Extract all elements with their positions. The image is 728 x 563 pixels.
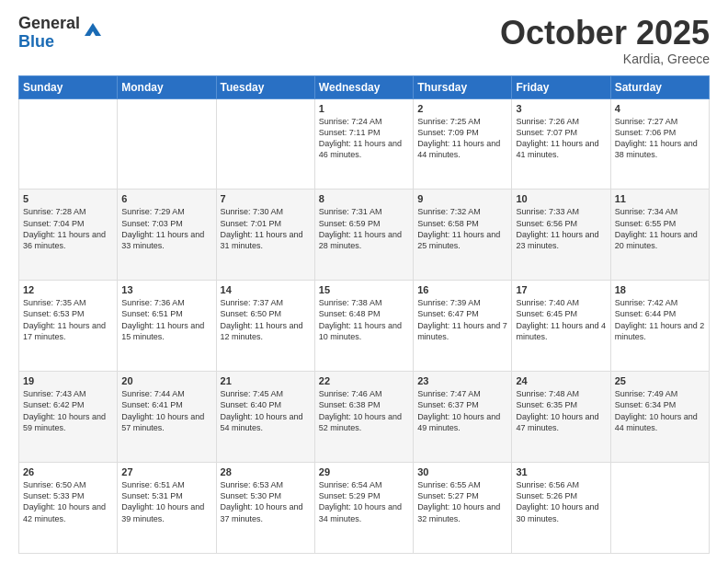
calendar-cell: 3Sunrise: 7:26 AM Sunset: 7:07 PM Daylig… — [512, 98, 610, 190]
day-number: 23 — [417, 375, 507, 386]
calendar-week-row: 19Sunrise: 7:43 AM Sunset: 6:42 PM Dayli… — [19, 372, 710, 463]
calendar-cell: 9Sunrise: 7:32 AM Sunset: 6:58 PM Daylig… — [414, 190, 512, 281]
day-number: 25 — [615, 375, 705, 386]
day-info: Sunrise: 7:44 AM Sunset: 6:41 PM Dayligh… — [121, 388, 211, 433]
logo-blue: Blue — [18, 33, 80, 52]
calendar-day-header: Saturday — [610, 75, 709, 98]
calendar-cell: 30Sunrise: 6:55 AM Sunset: 5:27 PM Dayli… — [414, 463, 512, 554]
day-info: Sunrise: 7:49 AM Sunset: 6:34 PM Dayligh… — [615, 388, 705, 433]
subtitle: Kardia, Greece — [500, 52, 710, 66]
day-info: Sunrise: 7:24 AM Sunset: 7:11 PM Dayligh… — [319, 116, 409, 161]
day-number: 22 — [319, 375, 409, 386]
month-title: October 2025 — [500, 15, 710, 52]
day-info: Sunrise: 7:38 AM Sunset: 6:48 PM Dayligh… — [319, 297, 409, 342]
calendar-day-header: Tuesday — [216, 75, 314, 98]
day-info: Sunrise: 7:47 AM Sunset: 6:37 PM Dayligh… — [417, 388, 507, 433]
calendar-cell: 28Sunrise: 6:53 AM Sunset: 5:30 PM Dayli… — [216, 463, 314, 554]
day-number: 24 — [516, 375, 606, 386]
day-info: Sunrise: 7:39 AM Sunset: 6:47 PM Dayligh… — [417, 297, 507, 342]
calendar-week-row: 5Sunrise: 7:28 AM Sunset: 7:04 PM Daylig… — [19, 190, 710, 281]
day-info: Sunrise: 6:54 AM Sunset: 5:29 PM Dayligh… — [319, 479, 409, 524]
logo-text: General Blue — [18, 15, 80, 52]
calendar-cell: 24Sunrise: 7:48 AM Sunset: 6:35 PM Dayli… — [512, 372, 610, 463]
day-number: 11 — [615, 193, 705, 204]
day-number: 29 — [319, 466, 409, 477]
page: General Blue October 2025 Kardia, Greece… — [0, 0, 728, 563]
day-info: Sunrise: 7:29 AM Sunset: 7:03 PM Dayligh… — [121, 206, 211, 251]
day-info: Sunrise: 7:36 AM Sunset: 6:51 PM Dayligh… — [121, 297, 211, 342]
calendar-day-header: Friday — [512, 75, 610, 98]
calendar-cell: 1Sunrise: 7:24 AM Sunset: 7:11 PM Daylig… — [314, 98, 413, 190]
day-number: 17 — [516, 284, 606, 295]
day-number: 26 — [23, 466, 113, 477]
calendar-cell: 23Sunrise: 7:47 AM Sunset: 6:37 PM Dayli… — [414, 372, 512, 463]
day-info: Sunrise: 7:37 AM Sunset: 6:50 PM Dayligh… — [221, 297, 311, 342]
day-info: Sunrise: 7:42 AM Sunset: 6:44 PM Dayligh… — [615, 297, 705, 342]
day-info: Sunrise: 7:43 AM Sunset: 6:42 PM Dayligh… — [23, 388, 113, 433]
calendar-week-row: 12Sunrise: 7:35 AM Sunset: 6:53 PM Dayli… — [19, 281, 710, 372]
day-number: 4 — [615, 103, 705, 114]
calendar-cell: 20Sunrise: 7:44 AM Sunset: 6:41 PM Dayli… — [118, 372, 216, 463]
calendar-cell: 16Sunrise: 7:39 AM Sunset: 6:47 PM Dayli… — [414, 281, 512, 372]
day-info: Sunrise: 6:50 AM Sunset: 5:33 PM Dayligh… — [23, 479, 113, 524]
calendar-cell: 12Sunrise: 7:35 AM Sunset: 6:53 PM Dayli… — [19, 281, 118, 372]
day-info: Sunrise: 7:27 AM Sunset: 7:06 PM Dayligh… — [615, 116, 705, 161]
day-number: 21 — [221, 375, 311, 386]
day-number: 1 — [319, 103, 409, 114]
calendar-cell: 11Sunrise: 7:34 AM Sunset: 6:55 PM Dayli… — [610, 190, 709, 281]
calendar-week-row: 1Sunrise: 7:24 AM Sunset: 7:11 PM Daylig… — [19, 98, 710, 190]
calendar-cell: 5Sunrise: 7:28 AM Sunset: 7:04 PM Daylig… — [19, 190, 118, 281]
calendar-cell: 17Sunrise: 7:40 AM Sunset: 6:45 PM Dayli… — [512, 281, 610, 372]
day-info: Sunrise: 7:28 AM Sunset: 7:04 PM Dayligh… — [23, 206, 113, 251]
day-number: 6 — [121, 193, 211, 204]
calendar-day-header: Sunday — [19, 75, 118, 98]
day-info: Sunrise: 6:53 AM Sunset: 5:30 PM Dayligh… — [221, 479, 311, 524]
calendar-cell: 31Sunrise: 6:56 AM Sunset: 5:26 PM Dayli… — [512, 463, 610, 554]
day-number: 7 — [221, 193, 311, 204]
day-number: 2 — [417, 103, 507, 114]
title-area: October 2025 Kardia, Greece — [500, 15, 710, 66]
calendar-cell: 21Sunrise: 7:45 AM Sunset: 6:40 PM Dayli… — [216, 372, 314, 463]
calendar-cell — [19, 98, 118, 190]
logo-general: General — [18, 15, 80, 33]
calendar-day-header: Thursday — [414, 75, 512, 98]
calendar-cell: 15Sunrise: 7:38 AM Sunset: 6:48 PM Dayli… — [314, 281, 413, 372]
day-info: Sunrise: 7:32 AM Sunset: 6:58 PM Dayligh… — [417, 206, 507, 251]
calendar-cell — [610, 463, 709, 554]
day-info: Sunrise: 7:40 AM Sunset: 6:45 PM Dayligh… — [516, 297, 606, 342]
day-info: Sunrise: 7:33 AM Sunset: 6:56 PM Dayligh… — [516, 206, 606, 251]
calendar-cell: 14Sunrise: 7:37 AM Sunset: 6:50 PM Dayli… — [216, 281, 314, 372]
calendar-cell: 13Sunrise: 7:36 AM Sunset: 6:51 PM Dayli… — [118, 281, 216, 372]
calendar-cell: 25Sunrise: 7:49 AM Sunset: 6:34 PM Dayli… — [610, 372, 709, 463]
day-number: 15 — [319, 284, 409, 295]
day-info: Sunrise: 7:45 AM Sunset: 6:40 PM Dayligh… — [221, 388, 311, 433]
day-number: 8 — [319, 193, 409, 204]
calendar-day-header: Wednesday — [314, 75, 413, 98]
day-info: Sunrise: 6:56 AM Sunset: 5:26 PM Dayligh… — [516, 479, 606, 524]
day-number: 18 — [615, 284, 705, 295]
logo-icon — [83, 19, 103, 40]
calendar-cell: 27Sunrise: 6:51 AM Sunset: 5:31 PM Dayli… — [118, 463, 216, 554]
day-number: 3 — [516, 103, 606, 114]
day-info: Sunrise: 7:35 AM Sunset: 6:53 PM Dayligh… — [23, 297, 113, 342]
calendar-cell: 22Sunrise: 7:46 AM Sunset: 6:38 PM Dayli… — [314, 372, 413, 463]
calendar-cell: 18Sunrise: 7:42 AM Sunset: 6:44 PM Dayli… — [610, 281, 709, 372]
day-number: 19 — [23, 375, 113, 386]
day-number: 13 — [121, 284, 211, 295]
day-number: 12 — [23, 284, 113, 295]
day-info: Sunrise: 6:55 AM Sunset: 5:27 PM Dayligh… — [417, 479, 507, 524]
day-number: 27 — [121, 466, 211, 477]
calendar-cell: 26Sunrise: 6:50 AM Sunset: 5:33 PM Dayli… — [19, 463, 118, 554]
day-info: Sunrise: 7:26 AM Sunset: 7:07 PM Dayligh… — [516, 116, 606, 161]
header: General Blue October 2025 Kardia, Greece — [18, 15, 710, 66]
calendar-cell: 8Sunrise: 7:31 AM Sunset: 6:59 PM Daylig… — [314, 190, 413, 281]
day-number: 14 — [221, 284, 311, 295]
day-number: 5 — [23, 193, 113, 204]
logo: General Blue — [18, 15, 103, 52]
day-number: 9 — [417, 193, 507, 204]
calendar-cell: 6Sunrise: 7:29 AM Sunset: 7:03 PM Daylig… — [118, 190, 216, 281]
calendar-cell — [118, 98, 216, 190]
calendar-cell: 19Sunrise: 7:43 AM Sunset: 6:42 PM Dayli… — [19, 372, 118, 463]
calendar-cell: 4Sunrise: 7:27 AM Sunset: 7:06 PM Daylig… — [610, 98, 709, 190]
day-info: Sunrise: 7:25 AM Sunset: 7:09 PM Dayligh… — [417, 116, 507, 161]
